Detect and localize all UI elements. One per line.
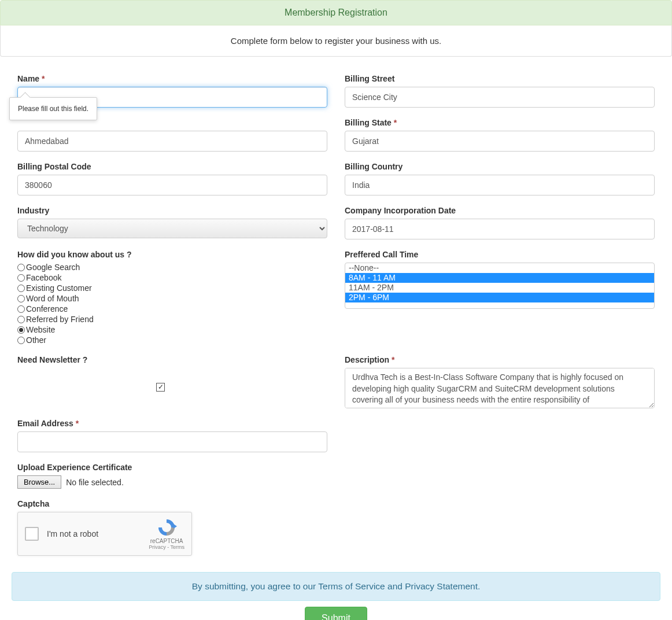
billing-city-input[interactable] (17, 131, 327, 152)
billing-street-input[interactable] (345, 87, 655, 108)
call-time-option[interactable]: 11AM - 2PM (345, 283, 654, 293)
recaptcha-checkbox[interactable] (25, 527, 39, 541)
radio-option[interactable]: Other (17, 335, 327, 345)
header-panel: Membership Registration (0, 0, 672, 25)
email-label: Email Address * (17, 419, 327, 428)
subtitle-panel: Complete form below to register your bus… (0, 25, 672, 57)
description-label: Description * (345, 355, 655, 364)
industry-select[interactable]: Technology (17, 219, 327, 238)
incorp-date-input[interactable] (345, 219, 655, 239)
billing-state-label: Billing State * (345, 118, 655, 127)
incorp-date-label: Company Incorporation Date (345, 206, 655, 215)
how-know-label: How did you know about us ? (17, 250, 327, 259)
call-time-option[interactable]: 2PM - 6PM (345, 293, 654, 302)
radio-option-label: Existing Customer (26, 283, 92, 293)
radio-option-label: Google Search (26, 263, 80, 272)
name-label: Name * (17, 74, 327, 83)
recaptcha-links[interactable]: Privacy - Terms (149, 544, 184, 550)
call-time-label: Preffered Call Time (345, 250, 655, 259)
radio-option-label: Website (26, 325, 55, 334)
billing-postal-input[interactable] (17, 175, 327, 195)
radio-icon (17, 305, 25, 313)
radio-option-label: Other (26, 335, 46, 345)
radio-icon (17, 264, 25, 271)
call-time-option[interactable]: --None-- (345, 263, 654, 273)
billing-country-label: Billing Country (345, 162, 655, 171)
radio-icon (17, 285, 25, 292)
page-title: Membership Registration (285, 8, 387, 17)
email-input[interactable] (17, 431, 327, 452)
radio-option[interactable]: Word of Mouth (17, 294, 327, 303)
call-time-select[interactable]: --None--8AM - 11 AM11AM - 2PM2PM - 6PM (345, 263, 655, 309)
radio-icon (17, 274, 25, 282)
call-time-option[interactable]: 8AM - 11 AM (345, 273, 654, 283)
upload-label: Upload Experience Certificate (17, 463, 327, 472)
validation-tooltip: Please fill out this field. (9, 97, 97, 120)
required-star: * (42, 74, 45, 83)
radio-option-label: Word of Mouth (26, 294, 79, 303)
recaptcha-brand: reCAPTCHA (149, 538, 184, 544)
billing-country-input[interactable] (345, 175, 655, 195)
radio-option-label: Conference (26, 304, 68, 313)
subtitle-text: Complete form below to register your bus… (231, 36, 441, 46)
radio-icon (17, 295, 25, 302)
newsletter-label: Need Newsletter ? (17, 355, 327, 364)
submit-button[interactable]: Submit (305, 607, 367, 620)
radio-icon (17, 316, 25, 323)
newsletter-checkbox[interactable]: ✓ (156, 383, 165, 392)
radio-option[interactable]: Referred by Friend (17, 315, 327, 324)
captcha-label: Captcha (17, 499, 327, 508)
radio-option[interactable]: Existing Customer (17, 283, 327, 293)
check-icon: ✓ (158, 383, 164, 390)
consent-alert: By submitting, you agree to our Terms of… (12, 572, 660, 601)
required-star: * (76, 419, 79, 428)
radio-option[interactable]: Conference (17, 304, 327, 313)
billing-state-input[interactable] (345, 131, 655, 152)
billing-street-label: Billing Street (345, 74, 655, 83)
registration-form: Name * Please fill out this field. Billi… (0, 57, 672, 566)
radio-option[interactable]: Google Search (17, 263, 327, 272)
industry-label: Industry (17, 206, 327, 215)
recaptcha-icon (156, 518, 177, 537)
radio-option-label: Facebook (26, 273, 61, 282)
radio-icon (17, 326, 25, 334)
browse-button[interactable]: Browse... (17, 475, 61, 489)
how-know-radio-group: Google SearchFacebookExisting CustomerWo… (17, 263, 327, 345)
radio-icon (17, 337, 25, 344)
recaptcha-text: I'm not a robot (47, 529, 149, 538)
required-star: * (392, 355, 394, 364)
radio-option[interactable]: Facebook (17, 273, 327, 282)
svg-marker-0 (173, 524, 177, 529)
file-status-text: No file selected. (66, 478, 124, 487)
description-textarea[interactable] (345, 368, 655, 408)
recaptcha-widget: I'm not a robot reCAPTCHA Privacy - Term… (17, 512, 192, 556)
radio-option[interactable]: Website (17, 325, 327, 334)
radio-option-label: Referred by Friend (26, 315, 94, 324)
required-star: * (394, 118, 397, 127)
billing-postal-label: Billing Postal Code (17, 162, 327, 171)
